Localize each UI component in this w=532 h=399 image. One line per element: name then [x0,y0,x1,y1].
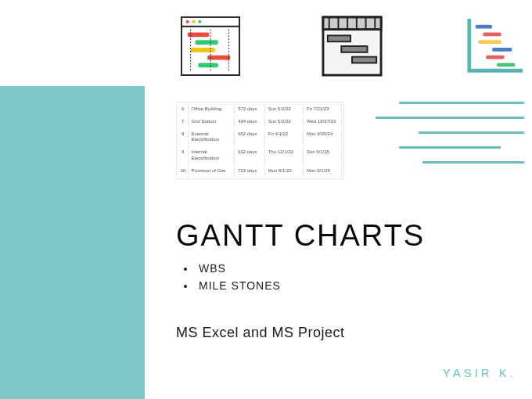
svg-point-3 [192,20,196,23]
table-cell: 7 [178,117,189,128]
gantt-bar [422,161,524,164]
table-cell: 632 days [236,147,265,164]
list-item: MILE STONES [196,279,281,292]
table-cell: Mon 8/1/22 [267,166,304,177]
table-cell: 9 [178,147,189,164]
table-cell: Provision of Gas [190,166,235,177]
table-row: 9Internal Electrification632 daysThu 12/… [178,147,342,164]
table-cell: Sun 5/1/25 [305,147,342,164]
task-table: 6Office Building573 daysSun 5/1/22Fri 7/… [176,102,344,179]
bar-chart-icon [463,16,524,77]
table-row: 10Provision of Gas723 daysMon 8/1/22Mon … [178,166,342,177]
svg-rect-9 [198,63,217,67]
gantt-bars [376,102,516,176]
table-cell: External Electrification [190,129,235,146]
table-row: 8External Electrification652 daysFri 4/1… [178,129,342,146]
svg-rect-27 [483,32,501,36]
list-item: WBS [196,262,281,275]
svg-rect-31 [497,63,515,66]
table-cell: Fri 7/21/23 [305,104,342,115]
gantt-bar [419,131,524,134]
author-name: YASIR K. [443,366,516,379]
table-cell: Internal Electrification [190,147,235,164]
svg-rect-23 [352,57,376,63]
project-chart-icon [322,16,383,77]
table-cell: Wed 12/27/23 [305,117,342,128]
table-cell: Grid Station [190,117,235,128]
table-cell: 10 [178,166,189,177]
table-cell: 573 days [236,104,265,115]
table-cell: 434 days [236,117,265,128]
gantt-bar [399,146,501,149]
table-cell: 6 [178,104,189,115]
table-cell: Sun 5/1/22 [267,104,304,115]
table-cell: Sun 5/1/22 [267,117,304,128]
gantt-chart-icon [180,16,241,77]
svg-rect-8 [207,56,230,60]
table-cell: 652 days [236,129,265,146]
svg-rect-28 [479,40,501,44]
svg-rect-29 [492,48,512,52]
table-row: 7Grid Station434 daysSun 5/1/22Wed 12/27… [178,117,342,128]
svg-rect-21 [328,35,350,41]
svg-rect-22 [341,46,367,52]
table-cell: Mon 9/30/24 [305,129,342,146]
icon-row [180,16,524,77]
svg-rect-7 [191,48,215,52]
svg-rect-14 [323,17,381,30]
sidebar-accent [0,86,145,399]
table-cell: Fri 4/1/22 [267,129,304,146]
table-cell: 723 days [236,166,265,177]
svg-rect-30 [486,56,504,59]
subtitle: MS Excel and MS Project [176,325,345,341]
svg-rect-6 [196,40,218,45]
table-cell: Thu 12/1/22 [267,147,304,164]
svg-rect-26 [476,25,492,29]
svg-point-2 [186,20,189,23]
gantt-bar [399,102,524,104]
gantt-bar [376,117,524,119]
feature-list: WBS MILE STONES [196,262,281,297]
svg-point-4 [198,20,201,23]
table-cell: 8 [178,129,189,146]
table-cell: Mon 5/1/25 [305,166,342,177]
table-cell: Office Building [190,104,235,115]
table-row: 6Office Building573 daysSun 5/1/22Fri 7/… [178,104,342,115]
page-title: GANTT CHARTS [176,219,425,253]
